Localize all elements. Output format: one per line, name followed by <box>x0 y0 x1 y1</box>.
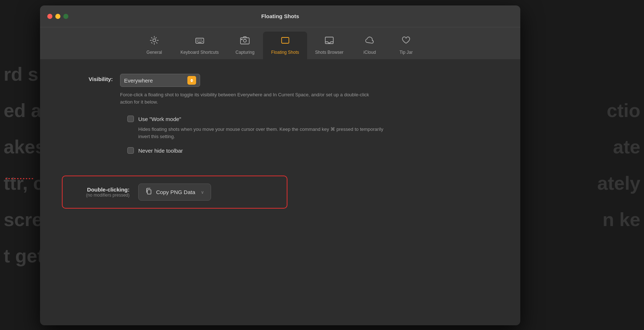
double-click-label: Double-clicking: <box>87 186 130 193</box>
tab-tip-jar[interactable]: Tip Jar <box>388 32 424 59</box>
svg-point-0 <box>153 39 156 42</box>
svg-rect-12 <box>282 37 289 43</box>
tab-shots-browser[interactable]: Shots Browser <box>307 32 351 59</box>
bg-right-text: ctio ate ately n ke <box>571 0 644 330</box>
svg-rect-11 <box>241 39 243 40</box>
main-window: Floating Shots General <box>40 5 520 325</box>
cloud-icon <box>365 35 375 48</box>
arrow-down-icon <box>190 81 193 82</box>
visibility-value: Everywhere <box>124 77 187 84</box>
never-hide-section: Never hide toolbar <box>127 147 498 154</box>
svg-rect-9 <box>240 38 249 44</box>
tab-tip-jar-label: Tip Jar <box>399 50 413 55</box>
never-hide-label: Never hide toolbar <box>138 148 183 154</box>
tab-icloud-label: iCloud <box>363 50 376 55</box>
tab-capturing[interactable]: Capturing <box>227 32 263 59</box>
tab-general[interactable]: General <box>136 32 172 59</box>
tab-keyboard-shortcuts[interactable]: Keyboard Shortcuts <box>172 32 227 59</box>
double-click-wrapper: Double-clicking: (no modifiers pressed) … <box>62 165 498 209</box>
double-click-label-block: Double-clicking: (no modifiers pressed) <box>71 186 130 198</box>
copy-icon <box>145 188 152 197</box>
tab-icloud[interactable]: iCloud <box>351 32 388 59</box>
visibility-arrow <box>187 76 196 85</box>
work-mode-label: Use "Work mode" <box>138 116 181 122</box>
chevron-down-icon: ∨ <box>201 190 204 195</box>
tab-floating-shots-label: Floating Shots <box>271 50 299 55</box>
bg-left-text: rd s ed ar akes ttr, c scre t get <box>0 0 44 330</box>
visibility-dropdown[interactable]: Everywhere <box>120 74 200 87</box>
never-hide-row: Never hide toolbar <box>127 147 498 154</box>
work-mode-section: Use "Work mode" Hides floating shots whe… <box>127 116 498 140</box>
work-mode-checkbox[interactable] <box>127 116 134 122</box>
double-click-sub: (no modifiers pressed) <box>86 193 130 198</box>
tab-shots-browser-label: Shots Browser <box>315 50 343 55</box>
content-area: Visibility: Everywhere Force-click a flo… <box>40 59 520 223</box>
never-hide-checkbox[interactable] <box>127 147 134 154</box>
traffic-lights <box>47 14 68 19</box>
tab-general-label: General <box>147 50 162 55</box>
gear-icon <box>149 35 159 48</box>
keyboard-icon <box>195 35 205 48</box>
minimize-button[interactable] <box>55 14 60 19</box>
close-button[interactable] <box>47 14 52 19</box>
svg-rect-14 <box>147 190 151 194</box>
double-click-section: Double-clicking: (no modifiers pressed) … <box>62 176 287 209</box>
svg-point-10 <box>243 39 246 42</box>
action-dropdown[interactable]: Copy PNG Data ∨ <box>138 184 211 201</box>
maximize-button[interactable] <box>63 14 68 19</box>
action-label: Copy PNG Data <box>156 189 197 195</box>
work-mode-hint: Hides floating shots when you move your … <box>138 126 393 140</box>
tab-keyboard-shortcuts-label: Keyboard Shortcuts <box>180 50 219 55</box>
tab-floating-shots[interactable]: Floating Shots <box>263 32 307 59</box>
visibility-row: Visibility: Everywhere Force-click a flo… <box>62 74 498 105</box>
visibility-label: Visibility: <box>62 74 120 82</box>
arrow-up-icon <box>190 79 193 80</box>
tab-capturing-label: Capturing <box>235 50 254 55</box>
window-title: Floating Shots <box>261 13 299 19</box>
visibility-content: Everywhere Force-click a floating shot t… <box>120 74 498 105</box>
visibility-hint: Force-click a floating shot to toggle it… <box>120 91 375 105</box>
tabbar: General Keyboard Shortcuts <box>40 27 520 59</box>
titlebar: Floating Shots <box>40 5 520 27</box>
camera-icon <box>240 35 250 48</box>
red-dots-decoration <box>5 178 35 179</box>
heart-icon <box>401 35 411 48</box>
work-mode-row: Use "Work mode" <box>127 116 498 122</box>
tray-icon <box>324 35 334 48</box>
square-icon <box>280 35 290 48</box>
